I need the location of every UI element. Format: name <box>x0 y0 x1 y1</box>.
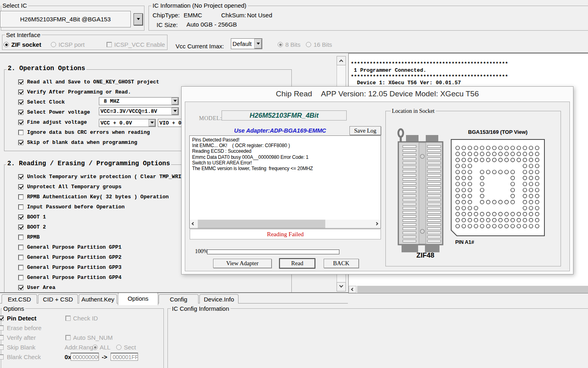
bits16-radio[interactable] <box>306 42 311 47</box>
blank-check-label: Blank Check <box>7 353 41 361</box>
dialog-log-hscroll-thumb[interactable] <box>198 220 325 228</box>
bits8-label: 8 Bits <box>285 41 301 48</box>
scroll-down-button[interactable] <box>337 282 346 291</box>
vcc-imax-dropdown-button[interactable] <box>254 39 262 49</box>
rw-checkbox-7[interactable] <box>18 245 23 250</box>
progress-label: 100% <box>195 248 208 255</box>
ic-select-dropdown-button[interactable] <box>134 13 143 25</box>
back-button[interactable]: BACK <box>324 259 359 268</box>
op-checkbox-5[interactable] <box>18 130 23 135</box>
rw-checkbox-9[interactable] <box>18 265 23 270</box>
addr-to-field[interactable]: 000001FFF <box>111 353 138 361</box>
operation-options-title: 2. Operation Options <box>6 65 86 72</box>
rw-checkbox-2[interactable] <box>18 194 23 200</box>
erase-before-checkbox[interactable] <box>0 325 4 331</box>
pin-a1-label: PIN A1# <box>455 239 474 245</box>
dialog-log-text: Pins Detected Passed! Init EMMC... OK! (… <box>192 137 313 171</box>
auto-sn-checkbox[interactable] <box>65 335 71 340</box>
select-clock-combobox[interactable]: 8 MHZ <box>99 97 179 105</box>
power-voltage-combobox[interactable]: VCC=3.3V/VCCQ=1.8V <box>99 107 179 115</box>
fine-adjust-vcc-dropdown-button[interactable] <box>149 119 155 127</box>
op-checkbox-6[interactable] <box>18 140 23 145</box>
check-id-checkbox[interactable] <box>65 316 71 321</box>
ic-select-combobox[interactable]: H26M52103FMR_4Bit @BGA153 <box>0 11 131 27</box>
rw-checkbox-3[interactable] <box>18 204 23 210</box>
rw-label-11: User Area <box>27 285 55 291</box>
select-clock-dropdown-button[interactable] <box>172 98 178 105</box>
main-log-hscroll-thumb[interactable] <box>357 286 588 293</box>
tab-label: Options <box>128 295 149 302</box>
blank-check-checkbox[interactable] <box>0 354 4 360</box>
op-checkbox-0[interactable] <box>18 79 23 85</box>
addr-from-value: 000000000 <box>73 354 99 360</box>
op-checkbox-3[interactable] <box>18 110 23 115</box>
ic-config-group-label: IC Config Information <box>171 305 230 312</box>
set-interface-group-label: Set Interface <box>5 31 42 38</box>
addr-to-value: 000001FFF <box>113 354 138 360</box>
ic-info-group-label: IC Information (No Project opened) <box>151 2 248 9</box>
vcc-imax-combobox[interactable]: Default <box>231 38 262 49</box>
power-voltage-dropdown-button[interactable] <box>172 108 178 115</box>
tab-device-info[interactable]: Device.Info <box>199 294 239 304</box>
tab-label: Device.Info <box>204 296 234 303</box>
dialog-log-line: Reading ECSD : Succeeded <box>192 148 313 154</box>
addr-sect-radio[interactable] <box>116 345 121 350</box>
rw-label-1: Unprotect All Temporary groups <box>27 184 121 190</box>
chip-type-label: ChipType: <box>153 12 180 19</box>
adapter-text: Use Adapter:ADP-BGA169-EMMC <box>234 127 326 134</box>
rw-label-6: RPMB <box>27 234 40 241</box>
bga-title: BGA153/169 (TOP View) <box>451 129 545 135</box>
tab-config[interactable]: Config <box>159 294 199 304</box>
icsp-port-radio[interactable] <box>51 42 56 47</box>
bits8-radio[interactable] <box>278 42 283 47</box>
skip-blank-checkbox[interactable] <box>0 345 4 350</box>
tab-cid-csd[interactable]: CID + CSD <box>38 294 78 304</box>
chevron-left-icon <box>192 222 195 225</box>
dialog-log-scroll-right-button[interactable] <box>373 220 381 228</box>
tab-options[interactable]: Options <box>118 293 158 305</box>
dropdown-arrow-icon <box>151 122 154 125</box>
zif-socket-radio[interactable] <box>4 42 9 47</box>
rw-checkbox-11[interactable] <box>18 285 23 290</box>
rw-label-4: BOOT 1 <box>27 214 46 220</box>
verify-after-checkbox[interactable] <box>0 335 4 340</box>
rw-checkbox-10[interactable] <box>18 275 23 280</box>
icsp-port-label: ICSP port <box>59 41 85 48</box>
power-voltage-value: VCC=3.3V/VCCQ=1.8V <box>100 108 157 115</box>
op-checkbox-2[interactable] <box>18 100 23 105</box>
rw-checkbox-4[interactable] <box>18 214 23 220</box>
bits16-label: 16 Bits <box>314 41 332 48</box>
op-checkbox-4[interactable] <box>18 120 23 125</box>
select-clock-value: 8 MHZ <box>104 98 119 105</box>
dialog-log-scroll-left-button[interactable] <box>190 220 197 228</box>
rw-checkbox-8[interactable] <box>18 255 23 260</box>
addr-from-field[interactable]: 000000000 <box>71 353 99 361</box>
dialog-panel: MODEL: H26M52103FMR_4Bit Use Adapter:ADP… <box>185 102 570 271</box>
rw-checkbox-6[interactable] <box>18 235 23 240</box>
rw-checkbox-0[interactable] <box>18 174 23 179</box>
op-label-0: Read all and Save to ONE_KEY_GHOST proje… <box>27 79 159 85</box>
auto-sn-label: Auto SN_NUM <box>73 334 113 341</box>
main-log-scroll-left-button[interactable] <box>349 286 356 293</box>
op-checkbox-1[interactable] <box>18 89 23 95</box>
fine-adjust-vcc-combobox[interactable]: VCC + 0.0V <box>99 119 156 127</box>
icsp-vcc-checkbox[interactable] <box>107 42 112 47</box>
view-adapter-button[interactable]: View Adapter <box>213 259 272 268</box>
dialog-log-line: Switch to USER AREA Error! <box>192 160 313 166</box>
tab-authent-key[interactable]: Authent.Key <box>79 294 117 304</box>
ic-size-value: Auto 0GB - 256GB <box>186 21 237 28</box>
chksum-value: Not Used <box>247 12 272 19</box>
ic-config-group <box>167 308 588 368</box>
tab-extcsd[interactable]: Ext.CSD <box>2 294 37 304</box>
pin-detect-checkbox[interactable] <box>0 316 4 321</box>
save-log-button[interactable]: Save Log <box>349 126 381 135</box>
addr-all-radio[interactable] <box>92 345 98 350</box>
scroll-up-button[interactable] <box>337 56 346 65</box>
tab-label: Authent.Key <box>82 296 115 303</box>
rw-checkbox-5[interactable] <box>18 225 23 230</box>
rw-checkbox-1[interactable] <box>18 184 23 189</box>
read-button[interactable]: Read <box>280 259 315 268</box>
dropdown-arrow-icon <box>174 110 177 114</box>
rw-label-2: RPMB Authentication Key( 32 bytes ) Oper… <box>27 194 169 200</box>
save-log-button-label: Save Log <box>354 127 376 134</box>
